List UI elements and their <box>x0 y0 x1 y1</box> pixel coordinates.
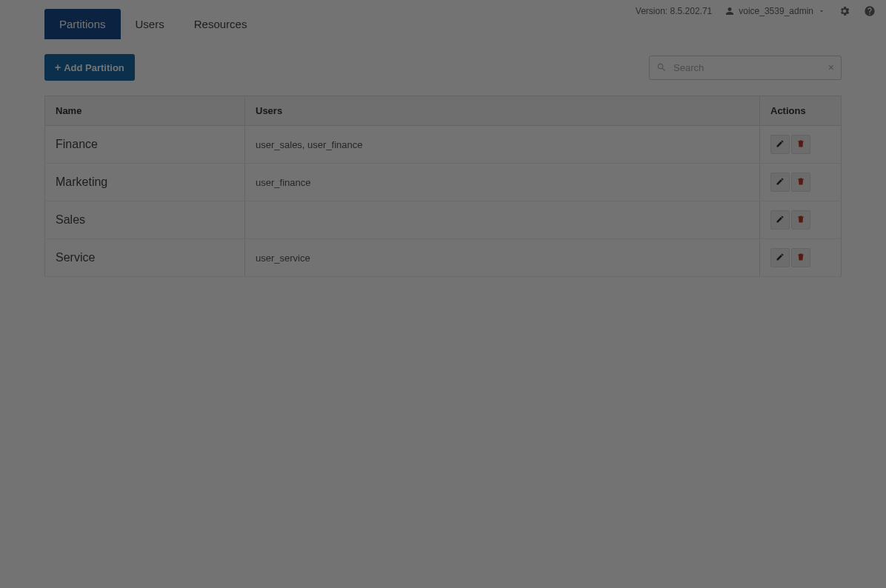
cell-actions <box>760 164 842 201</box>
delete-button[interactable] <box>791 210 810 230</box>
username-label: voice_3539_admin <box>739 6 813 16</box>
table-row: Marketinguser_finance <box>45 164 842 201</box>
delete-button[interactable] <box>791 135 810 154</box>
edit-button[interactable] <box>770 173 790 192</box>
edit-button[interactable] <box>770 210 790 230</box>
cell-actions <box>760 126 842 164</box>
cell-name: Finance <box>45 126 245 164</box>
table-row: Serviceuser_service <box>45 239 842 277</box>
pencil-icon <box>776 253 785 264</box>
tab-resources[interactable]: Resources <box>179 9 262 39</box>
trash-icon <box>796 177 805 188</box>
cell-name: Sales <box>45 201 245 239</box>
tab-partitions[interactable]: Partitions <box>44 9 121 39</box>
cell-actions <box>760 201 842 239</box>
trash-icon <box>796 215 805 226</box>
user-icon <box>725 7 734 16</box>
clear-search-icon[interactable]: × <box>828 61 834 73</box>
cell-users: user_finance <box>245 164 760 201</box>
pencil-icon <box>776 215 785 226</box>
trash-icon <box>796 253 805 264</box>
delete-button[interactable] <box>791 173 810 192</box>
search-input[interactable] <box>649 56 842 80</box>
col-header-name: Name <box>45 96 245 126</box>
col-header-actions: Actions <box>760 96 842 126</box>
help-icon[interactable] <box>864 5 876 17</box>
edit-button[interactable] <box>770 135 790 154</box>
add-button-label: Add Partition <box>64 62 124 73</box>
cell-users <box>245 201 760 239</box>
user-menu[interactable]: voice_3539_admin <box>725 6 825 16</box>
tab-users[interactable]: Users <box>121 9 179 39</box>
cell-actions <box>760 239 842 277</box>
pencil-icon <box>776 177 785 188</box>
pencil-icon <box>776 139 785 150</box>
trash-icon <box>796 139 805 150</box>
delete-button[interactable] <box>791 248 810 267</box>
cell-name: Service <box>45 239 245 277</box>
table-row: Financeuser_sales, user_finance <box>45 126 842 164</box>
search-container: × <box>649 56 842 80</box>
table-row: Sales <box>45 201 842 239</box>
cell-name: Marketing <box>45 164 245 201</box>
partitions-table: Name Users Actions Financeuser_sales, us… <box>44 96 842 277</box>
col-header-users: Users <box>245 96 760 126</box>
add-partition-button[interactable]: + Add Partition <box>44 54 135 81</box>
search-icon <box>656 62 667 73</box>
version-label: Version: 8.5.202.71 <box>636 6 712 16</box>
cell-users: user_sales, user_finance <box>245 126 760 164</box>
chevron-down-icon <box>818 7 825 15</box>
cell-users: user_service <box>245 239 760 277</box>
plus-icon: + <box>55 61 61 73</box>
gear-icon[interactable] <box>839 5 850 17</box>
edit-button[interactable] <box>770 248 790 267</box>
